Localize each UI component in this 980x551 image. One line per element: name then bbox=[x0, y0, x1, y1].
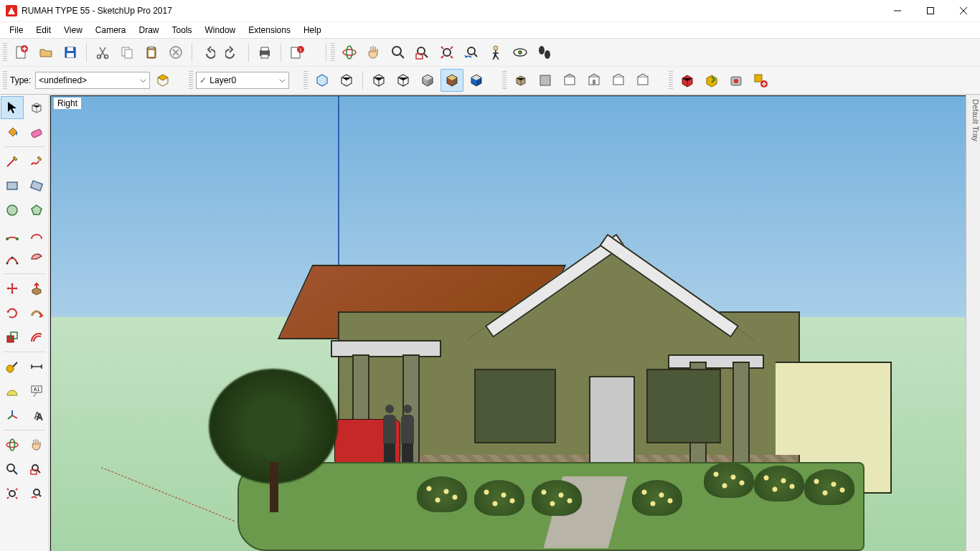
pushpull-tool[interactable] bbox=[25, 277, 48, 300]
2point-arc-tool[interactable] bbox=[25, 223, 48, 246]
save-file-button[interactable] bbox=[59, 41, 82, 64]
toolbar-grip[interactable] bbox=[189, 71, 193, 90]
axes-tool[interactable] bbox=[1, 404, 24, 427]
rotate-tool[interactable] bbox=[1, 301, 24, 324]
monochrome-button[interactable] bbox=[465, 69, 488, 92]
toolbar-grip[interactable] bbox=[3, 71, 7, 90]
toolbar-grip[interactable] bbox=[331, 43, 335, 62]
menu-edit[interactable]: Edit bbox=[29, 24, 57, 37]
look-around-button[interactable] bbox=[509, 41, 532, 64]
offset-tool[interactable] bbox=[25, 326, 48, 349]
previous-view-tool[interactable] bbox=[25, 482, 48, 505]
zoom-extents-tool[interactable] bbox=[1, 482, 24, 505]
polygon-tool[interactable] bbox=[25, 199, 48, 222]
copy-button[interactable] bbox=[116, 41, 138, 64]
minimize-button[interactable] bbox=[881, 0, 914, 22]
tape-measure-tool[interactable] bbox=[1, 355, 24, 378]
menu-help[interactable]: Help bbox=[297, 24, 328, 37]
svg-point-31 bbox=[545, 50, 550, 59]
menu-extensions[interactable]: Extensions bbox=[242, 24, 297, 37]
menu-tools[interactable]: Tools bbox=[166, 24, 199, 37]
svg-text:A1: A1 bbox=[34, 387, 40, 392]
back-view-button[interactable] bbox=[607, 69, 630, 92]
circle-tool[interactable] bbox=[1, 199, 24, 222]
svg-point-47 bbox=[16, 237, 19, 240]
svg-text:i: i bbox=[300, 47, 301, 53]
toolbar-grip[interactable] bbox=[502, 71, 507, 90]
zoom-tool[interactable] bbox=[1, 458, 24, 481]
3point-arc-tool[interactable] bbox=[1, 248, 24, 270]
zoom-window-tool[interactable] bbox=[25, 458, 48, 481]
toolbar-grip[interactable] bbox=[303, 71, 308, 90]
close-button[interactable] bbox=[947, 0, 980, 22]
scale-tool[interactable] bbox=[1, 326, 24, 349]
make-component-tool[interactable] bbox=[25, 96, 48, 119]
toolbar-grip[interactable] bbox=[669, 71, 673, 90]
wireframe-button[interactable] bbox=[367, 69, 390, 92]
front-view-button[interactable] bbox=[558, 69, 581, 92]
undo-button[interactable] bbox=[197, 41, 220, 64]
3d-text-tool[interactable]: AA bbox=[25, 404, 48, 427]
zoom-window-button[interactable] bbox=[411, 41, 434, 64]
cut-button[interactable] bbox=[91, 41, 114, 64]
dimension-tool[interactable] bbox=[25, 355, 48, 378]
paint-bucket-tool[interactable] bbox=[1, 121, 24, 143]
shaded-button[interactable] bbox=[416, 69, 439, 92]
protractor-tool[interactable] bbox=[1, 380, 24, 402]
delete-button[interactable] bbox=[164, 41, 187, 64]
eraser-tool[interactable] bbox=[25, 121, 48, 143]
svg-rect-4 bbox=[67, 47, 73, 51]
layer-dropdown[interactable]: ✓ Layer0 bbox=[196, 72, 289, 89]
share-model-button[interactable] bbox=[700, 69, 723, 92]
top-view-button[interactable] bbox=[534, 69, 557, 92]
iso-view-button[interactable] bbox=[509, 69, 532, 92]
line-tool[interactable] bbox=[1, 150, 24, 173]
print-button[interactable] bbox=[253, 41, 276, 64]
menu-window[interactable]: Window bbox=[199, 24, 242, 37]
walk-button[interactable] bbox=[533, 41, 556, 64]
xray-button[interactable] bbox=[311, 69, 334, 92]
menu-camera[interactable]: Camera bbox=[89, 24, 133, 37]
menu-draw[interactable]: Draw bbox=[133, 24, 166, 37]
rotated-rectangle-tool[interactable] bbox=[25, 174, 48, 197]
redo-button[interactable] bbox=[221, 41, 244, 64]
zoom-button[interactable] bbox=[387, 41, 410, 64]
previous-view-button[interactable] bbox=[460, 41, 483, 64]
extension-warehouse-button[interactable] bbox=[725, 69, 748, 92]
entity-type-dropdown[interactable]: <undefined> bbox=[35, 72, 150, 89]
new-file-button[interactable] bbox=[10, 41, 33, 64]
back-edges-button[interactable] bbox=[335, 69, 358, 92]
left-view-button[interactable] bbox=[631, 69, 654, 92]
open-file-button[interactable] bbox=[34, 41, 57, 64]
text-tool[interactable]: A1 bbox=[25, 380, 48, 402]
menu-view[interactable]: View bbox=[57, 24, 89, 37]
paste-button[interactable] bbox=[140, 41, 163, 64]
right-view-button[interactable] bbox=[583, 69, 606, 92]
select-tool[interactable] bbox=[1, 96, 24, 119]
3d-warehouse-button[interactable] bbox=[676, 69, 699, 92]
default-tray-tab[interactable]: Default Tray bbox=[966, 95, 980, 551]
rectangle-tool[interactable] bbox=[1, 174, 24, 197]
extension-manager-button[interactable] bbox=[749, 69, 772, 92]
pan-tool[interactable] bbox=[25, 433, 48, 456]
model-info-button[interactable]: i bbox=[286, 41, 308, 64]
orbit-button[interactable] bbox=[338, 41, 361, 64]
svg-rect-5 bbox=[67, 53, 74, 57]
hidden-line-button[interactable] bbox=[392, 69, 415, 92]
maximize-button[interactable] bbox=[914, 0, 947, 22]
orbit-tool[interactable] bbox=[1, 433, 24, 456]
pie-tool[interactable] bbox=[25, 248, 48, 270]
component-attributes-button[interactable] bbox=[151, 69, 174, 92]
3d-viewport[interactable]: Right bbox=[50, 95, 980, 551]
freehand-tool[interactable] bbox=[25, 150, 48, 173]
move-tool[interactable] bbox=[1, 277, 24, 300]
svg-rect-0 bbox=[928, 8, 934, 14]
followme-tool[interactable] bbox=[25, 301, 48, 324]
arc-tool[interactable] bbox=[1, 223, 24, 246]
zoom-extents-button[interactable] bbox=[435, 41, 458, 64]
shaded-textures-button[interactable] bbox=[440, 69, 463, 92]
pan-button[interactable] bbox=[362, 41, 385, 64]
position-camera-button[interactable] bbox=[484, 41, 507, 64]
menu-file[interactable]: File bbox=[3, 24, 29, 37]
toolbar-grip[interactable] bbox=[3, 43, 7, 62]
